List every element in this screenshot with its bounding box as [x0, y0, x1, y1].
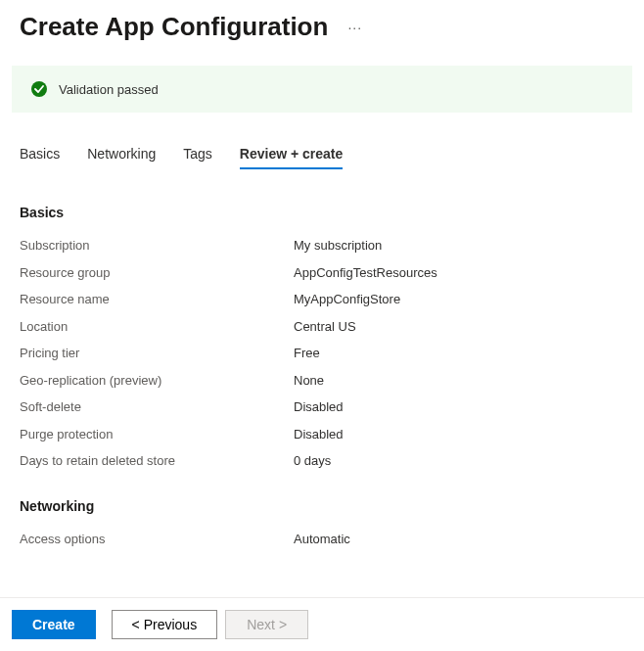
- val-resource-name: MyAppConfigStore: [294, 290, 400, 309]
- val-geo-replication: None: [294, 371, 324, 391]
- tab-basics[interactable]: Basics: [20, 140, 60, 169]
- key-resource-group: Resource group: [20, 263, 294, 283]
- tab-networking[interactable]: Networking: [87, 140, 156, 169]
- row-purge-protection: Purge protection Disabled: [20, 425, 624, 444]
- section-networking: Networking Access options Automatic: [0, 498, 644, 549]
- key-retain-days: Days to retain deleted store: [20, 451, 294, 471]
- section-basics: Basics Subscription My subscription Reso…: [0, 205, 644, 471]
- section-title-networking: Networking: [20, 498, 624, 514]
- key-geo-replication: Geo-replication (preview): [20, 371, 294, 391]
- row-location: Location Central US: [20, 317, 624, 337]
- row-pricing-tier: Pricing tier Free: [20, 344, 624, 363]
- previous-button[interactable]: < Previous: [112, 610, 218, 639]
- key-subscription: Subscription: [20, 236, 294, 256]
- val-resource-group: AppConfigTestResources: [294, 263, 437, 283]
- val-retain-days: 0 days: [294, 451, 331, 471]
- more-icon[interactable]: ···: [347, 20, 362, 35]
- val-location: Central US: [294, 317, 356, 337]
- success-check-icon: [31, 81, 47, 97]
- row-resource-name: Resource name MyAppConfigStore: [20, 290, 624, 309]
- val-subscription: My subscription: [294, 236, 382, 256]
- tab-review-create[interactable]: Review + create: [240, 140, 343, 169]
- section-title-basics: Basics: [20, 205, 624, 220]
- page-title: Create App Configuration: [20, 12, 328, 42]
- row-access-options: Access options Automatic: [20, 530, 624, 549]
- footer: Create < Previous Next >: [0, 597, 644, 651]
- next-button: Next >: [225, 610, 308, 639]
- val-pricing-tier: Free: [294, 344, 320, 363]
- key-location: Location: [20, 317, 294, 337]
- validation-banner: Validation passed: [12, 66, 632, 113]
- row-retain-days: Days to retain deleted store 0 days: [20, 451, 624, 471]
- row-resource-group: Resource group AppConfigTestResources: [20, 263, 624, 283]
- val-soft-delete: Disabled: [294, 397, 344, 417]
- row-geo-replication: Geo-replication (preview) None: [20, 371, 624, 391]
- tab-tags[interactable]: Tags: [183, 140, 212, 169]
- row-soft-delete: Soft-delete Disabled: [20, 397, 624, 417]
- validation-message: Validation passed: [59, 82, 159, 97]
- key-pricing-tier: Pricing tier: [20, 344, 294, 363]
- val-access-options: Automatic: [294, 530, 350, 549]
- row-subscription: Subscription My subscription: [20, 236, 624, 256]
- val-purge-protection: Disabled: [294, 425, 344, 444]
- create-button[interactable]: Create: [12, 610, 96, 639]
- key-purge-protection: Purge protection: [20, 425, 294, 444]
- key-resource-name: Resource name: [20, 290, 294, 309]
- key-soft-delete: Soft-delete: [20, 397, 294, 417]
- tabs: Basics Networking Tags Review + create: [0, 140, 644, 169]
- header: Create App Configuration ···: [0, 0, 644, 66]
- key-access-options: Access options: [20, 530, 294, 549]
